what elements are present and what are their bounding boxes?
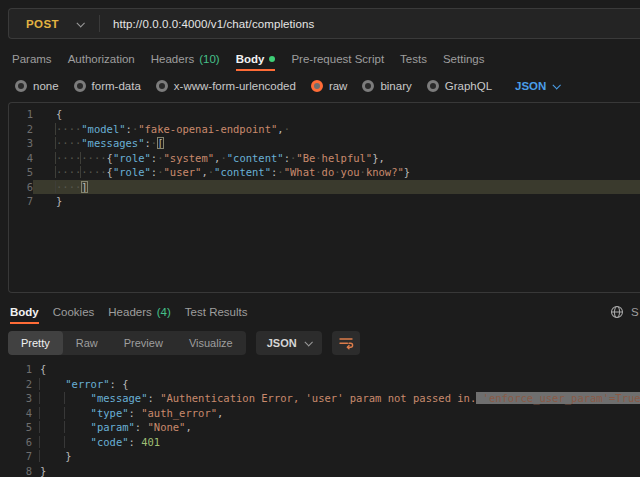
tab-label: Pre-request Script — [291, 53, 384, 65]
radio-label: binary — [380, 80, 411, 92]
tab-label: Headers — [108, 306, 151, 318]
view-pretty[interactable]: Pretty — [8, 331, 63, 355]
line-number: 5 — [0, 420, 32, 435]
line-number: 3 — [9, 136, 33, 151]
request-tab-authorization[interactable]: Authorization — [68, 46, 135, 71]
line-number: 4 — [0, 406, 32, 421]
request-tab-settings[interactable]: Settings — [443, 46, 485, 71]
radio-label: x-www-form-urlencoded — [174, 80, 296, 92]
code-line[interactable]: 4 "type": "auth_error", — [0, 406, 640, 421]
request-tab-headers[interactable]: Headers(10) — [151, 46, 220, 71]
body-type-none[interactable]: none — [15, 80, 59, 92]
request-tab-params[interactable]: Params — [12, 46, 52, 71]
line-number: 7 — [0, 449, 32, 464]
tab-label: Headers — [151, 53, 194, 65]
radio-icon — [311, 80, 323, 92]
code-line[interactable]: 6 "code": 401 — [0, 435, 640, 450]
tab-label: Cookies — [53, 306, 95, 318]
radio-label: raw — [329, 80, 348, 92]
code-line[interactable]: 8} — [0, 464, 640, 477]
code-line[interactable]: 5 "param": "None", — [0, 420, 640, 435]
response-language-selector[interactable]: JSON — [256, 331, 322, 355]
code-line[interactable]: 4········{"role":·"system",·"content":·"… — [9, 151, 640, 166]
request-tab-body[interactable]: Body — [236, 46, 276, 71]
line-number: 1 — [0, 362, 32, 377]
code-line[interactable]: 1{ — [9, 107, 640, 122]
line-number: 2 — [9, 122, 33, 137]
radio-icon — [427, 80, 439, 92]
request-tabs: ParamsAuthorizationHeaders(10)BodyPre-re… — [0, 46, 640, 71]
tab-label: Body — [10, 306, 39, 318]
radio-icon — [362, 80, 374, 92]
tab-label: Body — [236, 53, 265, 65]
line-number: 3 — [0, 391, 32, 406]
view-preview[interactable]: Preview — [111, 331, 176, 355]
wrap-text-button[interactable] — [332, 331, 360, 355]
body-type-options: noneform-datax-www-form-urlencodedrawbin… — [15, 80, 492, 92]
line-number: 7 — [9, 194, 33, 209]
url-input[interactable]: http://0.0.0.0:4000/v1/chat/completions — [113, 18, 314, 30]
response-view-switch: PrettyRawPreviewVisualize — [8, 331, 246, 355]
response-header-right: S — [610, 299, 640, 324]
response-tab-body[interactable]: Body — [10, 299, 39, 324]
code-line[interactable]: 1{ — [0, 362, 640, 377]
tab-label: Settings — [443, 53, 485, 65]
line-number: 8 — [0, 464, 32, 477]
chevron-down-icon — [304, 338, 312, 346]
response-tab-cookies[interactable]: Cookies — [53, 299, 95, 324]
line-number: 2 — [0, 377, 32, 392]
response-toolbar: PrettyRawPreviewVisualize JSON — [8, 331, 360, 355]
tab-label: Tests — [400, 53, 427, 65]
radio-icon — [156, 80, 168, 92]
raw-language-selector[interactable]: JSON — [515, 80, 559, 92]
globe-icon[interactable] — [610, 305, 624, 319]
chevron-down-icon — [76, 19, 84, 27]
view-visualize[interactable]: Visualize — [176, 331, 246, 355]
method-label: POST — [26, 18, 59, 30]
radio-label: form-data — [92, 80, 141, 92]
body-type-raw[interactable]: raw — [311, 80, 348, 92]
chevron-down-icon — [553, 81, 561, 89]
tab-count: (4) — [157, 306, 171, 318]
response-tabs: BodyCookiesHeaders(4)Test Results — [0, 299, 640, 324]
view-raw[interactable]: Raw — [63, 331, 111, 355]
line-number: 5 — [9, 165, 33, 180]
line-number: 6 — [9, 180, 33, 195]
code-line[interactable]: 5········{"role":·"user",·"content":·"Wh… — [9, 165, 640, 180]
method-selector[interactable]: POST — [9, 18, 99, 30]
code-line[interactable]: 3····"messages":·[ — [9, 136, 640, 151]
request-tab-pre-request-script[interactable]: Pre-request Script — [291, 46, 384, 71]
unsaved-changes-dot — [269, 56, 275, 62]
code-line[interactable]: 2····"model":·"fake-openai-endpoint",· — [9, 122, 640, 137]
request-url-bar: POST http://0.0.0.0:4000/v1/chat/complet… — [8, 8, 640, 39]
radio-label: GraphQL — [445, 80, 492, 92]
api-client-window: POST http://0.0.0.0:4000/v1/chat/complet… — [0, 0, 640, 477]
line-number: 6 — [0, 435, 32, 450]
radio-label: none — [33, 80, 59, 92]
line-number: 4 — [9, 151, 33, 166]
response-tab-test-results[interactable]: Test Results — [185, 299, 248, 324]
line-number: 1 — [9, 107, 33, 122]
response-body-editor[interactable]: 1{2 "error": {3 "message": "Authenticati… — [0, 359, 640, 477]
body-type-row: noneform-datax-www-form-urlencodedrawbin… — [0, 73, 640, 99]
body-type-graphql[interactable]: GraphQL — [427, 80, 492, 92]
code-line[interactable]: 7 } — [0, 449, 640, 464]
raw-language-label: JSON — [515, 80, 546, 92]
body-type-x-www-form-urlencoded[interactable]: x-www-form-urlencoded — [156, 80, 296, 92]
radio-icon — [15, 80, 27, 92]
tab-count: (10) — [199, 53, 219, 65]
tab-label: Test Results — [185, 306, 248, 318]
code-line[interactable]: 7} — [9, 194, 640, 209]
body-type-binary[interactable]: binary — [362, 80, 411, 92]
clipped-status-text: S — [631, 306, 639, 318]
body-type-form-data[interactable]: form-data — [74, 80, 141, 92]
code-line[interactable]: 6····] — [9, 180, 640, 195]
request-body-editor[interactable]: 1{2····"model":·"fake-openai-endpoint",·… — [8, 102, 640, 293]
radio-icon — [74, 80, 86, 92]
code-line[interactable]: 2 "error": { — [0, 377, 640, 392]
response-tab-headers[interactable]: Headers(4) — [108, 299, 171, 324]
code-line[interactable]: 3 "message": "Authentication Error, 'use… — [0, 391, 640, 406]
divider — [99, 15, 100, 32]
request-tab-tests[interactable]: Tests — [400, 46, 427, 71]
wrap-text-icon — [338, 336, 354, 350]
